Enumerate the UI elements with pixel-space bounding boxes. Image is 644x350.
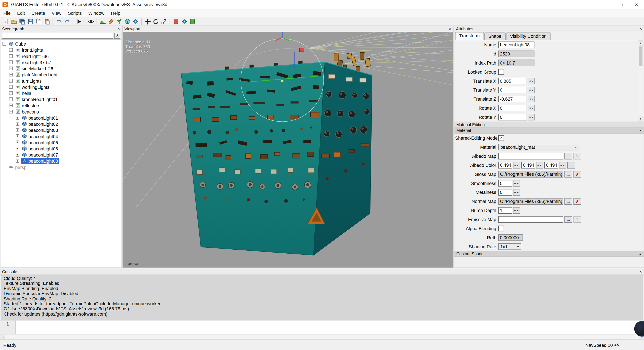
tree-item-persp[interactable]: persp bbox=[1, 164, 121, 170]
tree-item-beaconLight04[interactable]: +beaconLight04 bbox=[1, 133, 121, 139]
gloss-map-browse-button[interactable]: ... bbox=[564, 171, 572, 177]
red-database-button[interactable] bbox=[172, 18, 180, 25]
translate-y-input[interactable] bbox=[498, 87, 527, 93]
close-button[interactable]: ✕ bbox=[629, 0, 644, 9]
attributes-close-icon[interactable]: ✕ bbox=[639, 28, 642, 31]
scroll-left-icon[interactable]: ◄ bbox=[0, 334, 5, 339]
minimize-button[interactable]: – bbox=[598, 0, 614, 9]
expand-icon[interactable]: + bbox=[16, 153, 20, 157]
new-file-button[interactable] bbox=[2, 18, 10, 25]
eye-button[interactable] bbox=[87, 18, 95, 25]
shared-editing-checkbox[interactable] bbox=[498, 135, 504, 141]
metalness-stepper[interactable]: ◄► bbox=[513, 189, 520, 196]
script-input-area[interactable] bbox=[16, 320, 644, 333]
horizontal-scrollbar[interactable]: ◄ ► bbox=[0, 334, 644, 339]
smoothness-input[interactable] bbox=[498, 180, 512, 186]
rotate-x-input[interactable] bbox=[498, 105, 527, 111]
albedo-color-r-input[interactable] bbox=[498, 162, 512, 169]
menu-edit[interactable]: Edit bbox=[14, 11, 28, 16]
translate-z-input[interactable] bbox=[498, 96, 527, 102]
rotate-button[interactable] bbox=[152, 18, 160, 25]
scenegraph-close-icon[interactable]: ✕ bbox=[117, 28, 120, 31]
terrain-paint-button[interactable] bbox=[107, 18, 115, 25]
translate-x-stepper[interactable]: ◄► bbox=[528, 78, 535, 84]
albedo-color-g-input[interactable] bbox=[521, 162, 535, 169]
menu-file[interactable]: File bbox=[0, 11, 14, 16]
tree-item-sideMarker1-26[interactable]: +sideMarker1-26 bbox=[1, 65, 121, 72]
save-all-button[interactable] bbox=[18, 18, 26, 25]
scenegraph-clear-button[interactable]: X bbox=[114, 33, 120, 38]
shading-rate-combobox[interactable]: 1x1 ▼ bbox=[498, 243, 521, 250]
material-section-header[interactable]: Material ▼ bbox=[454, 128, 644, 134]
open-file-button[interactable] bbox=[10, 18, 18, 25]
normal-map-browse-button[interactable]: ... bbox=[564, 198, 572, 205]
collapse-icon[interactable]: − bbox=[9, 110, 13, 114]
expand-icon[interactable]: + bbox=[9, 48, 13, 52]
albedo-color-r-stepper[interactable]: ◄► bbox=[513, 162, 520, 169]
gloss-map-remove-button[interactable]: ✗ bbox=[573, 171, 581, 177]
blue-gear-button[interactable] bbox=[131, 18, 140, 25]
menu-view[interactable]: View bbox=[48, 11, 64, 16]
object-cube-button[interactable] bbox=[123, 18, 131, 25]
console-close-icon[interactable]: ✕ bbox=[639, 270, 642, 274]
tab-shape[interactable]: Shape bbox=[484, 33, 506, 40]
tree-item-beaconLight05[interactable]: +beaconLight05 bbox=[1, 139, 121, 145]
expand-icon[interactable]: + bbox=[9, 60, 13, 64]
expand-icon[interactable]: + bbox=[9, 73, 13, 77]
name-input[interactable] bbox=[498, 42, 534, 48]
emissive-map-edit-button[interactable]: ✎ bbox=[573, 216, 581, 223]
tree-item-turnLights[interactable]: +turnLights bbox=[1, 78, 121, 84]
scrollbar-thumb[interactable] bbox=[639, 47, 642, 66]
expand-icon[interactable]: + bbox=[9, 91, 13, 95]
menu-help[interactable]: Help bbox=[108, 11, 124, 16]
tab-visibility-condition[interactable]: Visibility Condition bbox=[506, 33, 550, 40]
smoothness-stepper[interactable]: ◄► bbox=[513, 180, 520, 186]
expand-icon[interactable]: + bbox=[16, 159, 20, 163]
tree-item-plateNumberLight[interactable]: +plateNumberLight bbox=[1, 72, 121, 78]
tree-item-rearLight37-57[interactable]: +rearLight37-57 bbox=[1, 59, 121, 65]
copy-button[interactable] bbox=[34, 18, 43, 25]
menu-scripts[interactable]: Scripts bbox=[65, 11, 85, 16]
translate-z-stepper[interactable]: ◄► bbox=[528, 96, 535, 102]
green-database-button[interactable] bbox=[188, 18, 196, 25]
teal-gear-button[interactable] bbox=[180, 18, 188, 25]
foliage-paint-button[interactable] bbox=[115, 18, 123, 25]
tree-item-beacons[interactable]: −beacons bbox=[1, 108, 121, 115]
maximize-button[interactable]: □ bbox=[614, 0, 629, 9]
paste-button[interactable] bbox=[43, 18, 51, 25]
locked-group-checkbox[interactable] bbox=[498, 69, 504, 75]
tab-transform[interactable]: Transform bbox=[455, 32, 484, 40]
translate-x-input[interactable] bbox=[498, 78, 527, 84]
expand-icon[interactable]: + bbox=[9, 54, 13, 58]
expand-icon[interactable]: + bbox=[16, 147, 20, 150]
tree-item-beaconLight02[interactable]: +beaconLight02 bbox=[1, 121, 121, 127]
expand-icon[interactable]: + bbox=[9, 85, 13, 89]
rotate-y-stepper[interactable]: ◄► bbox=[528, 114, 535, 121]
albedo-map-edit-button[interactable]: ✎ bbox=[573, 153, 581, 160]
tree-item-beaconLight07[interactable]: +beaconLight07 bbox=[1, 152, 121, 158]
bump-depth-stepper[interactable]: ◄► bbox=[513, 207, 520, 214]
tree-item-rearLight1-36[interactable]: +rearLight1-36 bbox=[1, 53, 121, 59]
expand-icon[interactable]: + bbox=[16, 128, 20, 132]
expand-icon[interactable]: + bbox=[9, 98, 13, 101]
tree-item-reflectors[interactable]: +reflectors bbox=[1, 102, 121, 108]
expand-icon[interactable]: + bbox=[16, 116, 20, 120]
scrollbar-track[interactable] bbox=[638, 46, 643, 116]
albedo-color-g-stepper[interactable]: ◄► bbox=[536, 162, 543, 169]
expand-icon[interactable]: + bbox=[9, 67, 13, 71]
albedo-map-browse-button[interactable]: ... bbox=[564, 153, 572, 160]
translate-y-stepper[interactable]: ◄► bbox=[528, 87, 535, 93]
viewport-close-icon[interactable]: ✕ bbox=[449, 28, 452, 31]
albedo-color-picker-button[interactable]: ... bbox=[567, 162, 575, 169]
scroll-down-icon[interactable]: ▼ bbox=[638, 116, 643, 121]
material-editing-section-header[interactable]: Material Editing bbox=[454, 122, 644, 128]
rotate-x-stepper[interactable]: ◄► bbox=[528, 105, 535, 111]
albedo-color-b-stepper[interactable]: ◄► bbox=[559, 162, 566, 169]
custom-shader-section-header[interactable]: Custom Shader ▲ bbox=[454, 251, 644, 257]
normal-map-remove-button[interactable]: ✗ bbox=[573, 198, 581, 205]
expand-icon[interactable]: + bbox=[16, 122, 20, 126]
translate-button[interactable] bbox=[144, 18, 152, 25]
tree-item-hella[interactable]: +hella bbox=[1, 90, 121, 96]
scenegraph-search-input[interactable] bbox=[2, 33, 114, 38]
rotate-y-input[interactable] bbox=[498, 114, 527, 121]
